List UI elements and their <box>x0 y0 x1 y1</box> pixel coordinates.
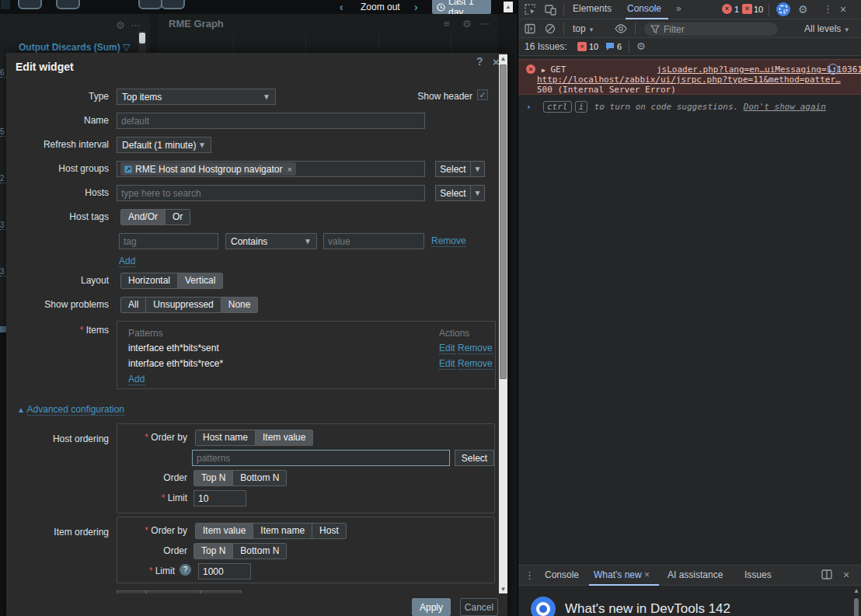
widget-button-fragment[interactable] <box>18 0 42 9</box>
inspect-icon[interactable] <box>525 4 536 16</box>
context-selector[interactable]: top ▼ <box>573 23 594 34</box>
item-edit-link[interactable]: Edit <box>439 358 455 370</box>
tag-operator-select[interactable]: Contains ▼ <box>225 233 317 249</box>
settings-gear-icon[interactable]: ⚙ <box>798 3 808 16</box>
item-add-link[interactable]: Add <box>128 374 145 385</box>
host-ordering-patterns-input[interactable] <box>192 450 450 466</box>
dialog-scrollbar[interactable]: ▲ ▼ <box>499 54 507 593</box>
segment-unsuppressed[interactable]: Unsuppressed <box>146 298 221 312</box>
expand-triangle-icon[interactable]: ▶ <box>542 67 546 74</box>
tag-name-input[interactable] <box>119 233 218 249</box>
log-levels-select[interactable]: All levels ▼ <box>804 23 850 34</box>
chevron-down-icon[interactable]: ▼ <box>471 161 485 177</box>
error-count-icon[interactable]: × <box>722 4 732 14</box>
host-groups-multiselect[interactable]: RME Host and Hostgroup navigator × <box>117 161 425 177</box>
kebab-menu-icon[interactable]: ⋮ <box>823 3 833 15</box>
console-prompt[interactable]: › ctrli to turn on code suggestions. Don… <box>518 99 861 115</box>
hosts-select-button[interactable]: Select ▼ <box>435 185 485 201</box>
dont-show-again-link[interactable]: Don't show again <box>744 102 826 112</box>
widget-button-fragment[interactable] <box>161 0 185 9</box>
gear-icon[interactable]: ⚙ <box>462 19 472 30</box>
item-edit-link[interactable]: Edit <box>439 343 455 354</box>
help-icon[interactable]: ? <box>476 55 483 68</box>
host-groups-select-button[interactable]: Select ▼ <box>435 161 485 177</box>
issues-badge-count[interactable]: 10 <box>754 5 763 14</box>
chip-remove-icon[interactable]: × <box>287 165 291 174</box>
segment-none[interactable]: None <box>221 298 258 312</box>
scroll-up-icon[interactable]: ▲ <box>499 54 507 63</box>
more-tabs-icon[interactable]: » <box>676 3 681 14</box>
host-ordering-select-button[interactable]: Select <box>455 450 494 466</box>
page-scrollbar-up[interactable]: ▲ <box>504 2 513 12</box>
close-drawer-icon[interactable]: × <box>843 569 849 581</box>
error-url-link[interactable]: http://localhost/zabbix/ui/jsrpc.php?typ… <box>537 75 841 85</box>
drawer-kebab-icon[interactable]: ⋮ <box>525 569 535 581</box>
scrollbar-thumb[interactable] <box>854 598 859 616</box>
device-mode-active-icon[interactable] <box>776 2 790 16</box>
tag-value-input[interactable] <box>323 233 424 249</box>
time-forward-icon[interactable]: › <box>414 0 418 14</box>
scrollbar-thumb[interactable] <box>500 64 507 379</box>
refresh-interval-select[interactable]: Default (1 minute) ▼ <box>117 137 211 153</box>
segment-bottom-n[interactable]: Bottom N <box>233 544 286 559</box>
legend-column-link[interactable]: Output Discards (Sum) ▽ <box>19 42 130 53</box>
close-devtools-icon[interactable]: × <box>840 3 846 16</box>
segment-host[interactable]: Host <box>312 524 346 538</box>
gear-icon[interactable]: ⚙ <box>116 20 125 31</box>
filter-funnel-icon[interactable]: ▽ <box>123 42 130 53</box>
tab-elements[interactable]: Elements <box>573 3 612 14</box>
close-tab-icon[interactable]: × <box>644 569 650 580</box>
console-filter-input[interactable]: Filter <box>644 23 778 36</box>
hosts-input[interactable] <box>117 185 425 201</box>
type-select[interactable]: Top items ▼ <box>117 89 276 105</box>
legend-scrollbar-thumb[interactable] <box>139 33 145 44</box>
eye-icon[interactable] <box>615 23 627 34</box>
host-limit-input[interactable] <box>193 490 246 506</box>
issues-badge-icon[interactable]: × <box>742 4 752 14</box>
segment-host-name[interactable]: Host name <box>196 430 256 445</box>
show-header-checkbox[interactable]: ✓ <box>477 89 488 100</box>
error-count[interactable]: 1 <box>734 5 739 14</box>
legend-scrollbar[interactable] <box>138 31 146 54</box>
widget-button-fragment[interactable] <box>56 0 80 9</box>
segment-or[interactable]: Or <box>166 210 190 224</box>
cancel-button[interactable]: Cancel <box>460 598 498 616</box>
item-limit-input[interactable] <box>198 563 251 579</box>
name-input[interactable] <box>117 113 425 129</box>
advanced-configuration-toggle[interactable]: ▲ Advanced configuration <box>17 404 124 415</box>
legend-toggle-icon[interactable]: ≡ <box>444 19 450 30</box>
tag-add-link[interactable]: Add <box>119 256 135 267</box>
more-icon[interactable]: ⋯ <box>479 19 490 30</box>
drawer-scrollbar[interactable]: ▲ <box>852 587 860 616</box>
segment-vertical[interactable]: Vertical <box>178 273 222 288</box>
item-remove-link[interactable]: Remove <box>458 358 493 370</box>
drawer-tab-ai-assistance[interactable]: AI assistance <box>668 569 723 580</box>
segment-horizontal[interactable]: Horizontal <box>121 273 178 288</box>
chevron-down-icon[interactable]: ▼ <box>471 185 485 201</box>
host-group-chip[interactable]: RME Host and Hostgroup navigator × <box>120 162 296 176</box>
time-back-icon[interactable]: ‹ <box>340 0 343 14</box>
split-panel-icon[interactable] <box>821 569 832 579</box>
scroll-up-icon[interactable]: ▲ <box>853 587 859 594</box>
segment-top-n[interactable]: Top N <box>194 471 233 485</box>
tab-console[interactable]: Console <box>627 3 661 14</box>
issues-settings-gear-icon[interactable]: ⚙ <box>636 40 646 52</box>
drawer-tab-whats-new[interactable]: What's new × <box>594 569 650 580</box>
drawer-tab-issues[interactable]: Issues <box>744 569 772 580</box>
help-circle-icon[interactable]: ? <box>180 564 191 576</box>
time-range-button[interactable]: Last 1 day <box>432 0 491 14</box>
zoom-out-button[interactable]: Zoom out <box>361 2 400 12</box>
segment-top-n[interactable]: Top N <box>194 544 233 559</box>
issues-count-text[interactable]: 16 Issues: <box>525 41 567 52</box>
segment-bottom-n[interactable]: Bottom N <box>233 471 286 485</box>
segment-andor[interactable]: And/Or <box>121 210 166 224</box>
clear-console-icon[interactable] <box>545 23 556 34</box>
drawer-tab-console[interactable]: Console <box>545 569 579 580</box>
tag-remove-link[interactable]: Remove <box>431 235 466 247</box>
segment-item-value[interactable]: Item value <box>256 430 312 445</box>
segment-item-value[interactable]: Item value <box>196 524 253 538</box>
more-icon[interactable]: ⋯ <box>131 20 141 31</box>
ai-insight-icon[interactable] <box>828 64 838 75</box>
console-sidebar-icon[interactable] <box>525 23 535 34</box>
widget-button-fragment[interactable] <box>138 0 162 9</box>
